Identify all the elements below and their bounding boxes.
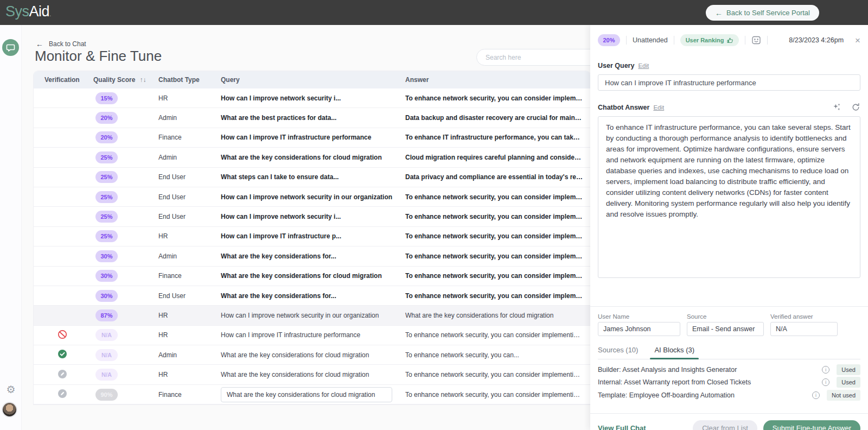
clear-from-list-button[interactable]: Clear from List <box>693 420 757 430</box>
table-row[interactable]: 25%HRHow can I improve IT infrastructure… <box>34 227 590 246</box>
quality-score-cell: 25% <box>93 171 158 183</box>
quality-score-badge: N/A <box>95 349 118 361</box>
chatbot-type: HR <box>158 232 221 240</box>
quality-score-cell: 15% <box>93 92 158 104</box>
table-body: 15%HRHow can I improve network security … <box>34 88 590 404</box>
user-ranking-label: User Ranking <box>686 37 724 43</box>
table-row[interactable]: 25%End UserHow can I improve network sec… <box>34 187 590 207</box>
quality-score-cell: 90% <box>93 389 158 401</box>
table-row[interactable]: N/AHRHow can I improve IT infrastructure… <box>34 326 590 345</box>
table-row[interactable]: 20%FinanceHow can I improve IT infrastru… <box>34 128 590 148</box>
close-icon[interactable]: × <box>855 36 860 45</box>
quality-score-badge: 30% <box>95 270 118 282</box>
table-row[interactable]: 25%End UserHow can I improve network sec… <box>34 207 590 226</box>
query-cell: What are the key considerations for clou… <box>221 154 405 161</box>
table-row[interactable]: 90%FinanceWhat are the key consideration… <box>34 385 590 404</box>
usage-status-badge: Not used <box>827 390 860 401</box>
user-avatar[interactable] <box>2 402 17 418</box>
view-full-chat-link[interactable]: View Full Chat <box>598 424 646 430</box>
submit-finetune-button[interactable]: Submit Fine-tune Answer <box>763 420 860 430</box>
info-icon[interactable]: i <box>822 366 829 374</box>
verification-edited-icon <box>58 389 67 399</box>
status-label: Unattended <box>633 36 668 44</box>
quality-score-badge: 25% <box>95 171 118 183</box>
usage-status-badge: Used <box>837 377 860 388</box>
quality-score-badge: 20% <box>95 131 118 143</box>
query-cell: What are the key considerations for... <box>221 252 405 260</box>
table-row[interactable]: N/AHRWhat are the key considerations for… <box>34 365 590 384</box>
panel-footer: View Full Chat Clear from List Submit Fi… <box>598 420 860 430</box>
query-edit-input[interactable]: What are the key considerations for clou… <box>221 387 392 402</box>
answer-cell: To enhance network security, you can con… <box>405 292 590 300</box>
col-verification: Verification <box>44 76 93 84</box>
logo-aid: Aid <box>29 3 50 20</box>
quality-score-badge: N/A <box>95 329 118 341</box>
chat-bubble-icon[interactable] <box>2 39 19 56</box>
answer-cell: To enhance network security, you can con… <box>405 391 590 399</box>
chatbot-type: End User <box>158 173 221 181</box>
chatbot-answer-edit-link[interactable]: Edit <box>653 104 664 111</box>
quality-score-cell: 30% <box>93 290 158 302</box>
answer-cell: To enhance network security, you can con… <box>405 213 590 220</box>
back-to-portal-button[interactable]: ← Back to Self Service Portal <box>706 5 819 21</box>
chatbot-type: Admin <box>158 114 221 122</box>
user-query-input[interactable] <box>598 74 860 91</box>
divider <box>626 36 627 45</box>
quality-score-badge: 25% <box>95 211 118 223</box>
feedback-icon[interactable] <box>751 35 761 45</box>
chatbot-type: End User <box>158 213 221 220</box>
table-row[interactable]: N/AAdminWhat are the key considerations … <box>34 345 590 365</box>
col-answer: Answer <box>405 76 590 84</box>
answer-cell: To enhance IT infrastructure performance… <box>405 134 590 141</box>
table-row[interactable]: 15%HRHow can I improve network security … <box>34 88 590 108</box>
chatbot-answer-text[interactable]: To enhance IT infrastructure performance… <box>598 116 860 278</box>
sysaid-logo: SysAid. <box>5 3 51 20</box>
table-row[interactable]: 30%FinanceWhat are the key consideration… <box>34 267 590 286</box>
source-input[interactable] <box>687 322 764 336</box>
query-cell: What are the key considerations for clou… <box>221 351 405 359</box>
chatbot-type: Finance <box>158 272 221 280</box>
user-name-field: User Name <box>598 313 680 336</box>
table-header: Verification Quality Score↑↓ Chatbot Typ… <box>34 71 590 88</box>
table-row[interactable]: 25%AdminWhat are the key considerations … <box>34 148 590 167</box>
table-row[interactable]: 25%End UserWhat steps can I take to ensu… <box>34 168 590 187</box>
search-input[interactable] <box>476 49 590 66</box>
settings-gear-icon[interactable]: ⚙ <box>0 383 22 396</box>
info-icon[interactable]: i <box>812 391 820 399</box>
answer-cell: To enhance network security, you can con… <box>405 232 590 240</box>
back-to-portal-label: Back to Self Service Portal <box>726 9 810 17</box>
table-row[interactable]: 30%AdminWhat are the key considerations … <box>34 246 590 266</box>
regenerate-icon[interactable] <box>851 103 860 112</box>
answer-cell: To enhance network security, you can con… <box>405 272 590 280</box>
quality-score-cell: 25% <box>93 211 158 223</box>
verified-answer-input[interactable] <box>770 322 838 336</box>
info-icon[interactable]: i <box>822 378 829 386</box>
user-name-input[interactable] <box>598 322 680 336</box>
usage-status-badge: Used <box>837 364 860 375</box>
quality-score-cell: N/A <box>93 369 158 381</box>
back-to-chat-link[interactable]: ← Back to Chat <box>36 40 86 48</box>
ai-sparkles-icon[interactable] <box>832 103 841 112</box>
timestamp: 8/23/2023 4:26pm <box>789 36 844 44</box>
table-row[interactable]: 30%End UserWhat are the key consideratio… <box>34 286 590 306</box>
table-row[interactable]: 87%HRHow can I improve network security … <box>34 306 590 325</box>
tab-sources[interactable]: Sources (10) <box>598 346 638 354</box>
user-ranking-badge[interactable]: User Ranking <box>680 34 739 46</box>
answer-cell: To enhance network security, you can con… <box>405 94 590 102</box>
quality-score-badge: 25% <box>95 230 118 242</box>
answer-cell: Data backup and disaster recovery are cr… <box>405 114 590 122</box>
chatbot-type: End User <box>158 193 221 201</box>
verified-answer-field: Verified answer <box>770 313 838 336</box>
quality-score-cell: 25% <box>93 151 158 163</box>
table-row[interactable]: 20%AdminWhat are the best practices for … <box>34 108 590 128</box>
query-cell: How can I improve IT infrastructure perf… <box>221 134 405 141</box>
col-query: Query <box>221 76 405 84</box>
sort-icon[interactable]: ↑↓ <box>139 76 146 84</box>
tab-ai-blocks[interactable]: AI Blocks (3) <box>654 346 694 354</box>
ai-block-name: Builder: Asset Analysis and Insights Gen… <box>598 366 737 374</box>
divider <box>674 36 674 45</box>
user-query-edit-link[interactable]: Edit <box>638 62 649 69</box>
quality-score-badge: 25% <box>95 191 118 203</box>
chatbot-answer-section: Chatbot AnswerEdit <box>598 103 860 112</box>
main-content: ← Back to Chat Monitor & Fine Tune Verif… <box>22 25 590 430</box>
